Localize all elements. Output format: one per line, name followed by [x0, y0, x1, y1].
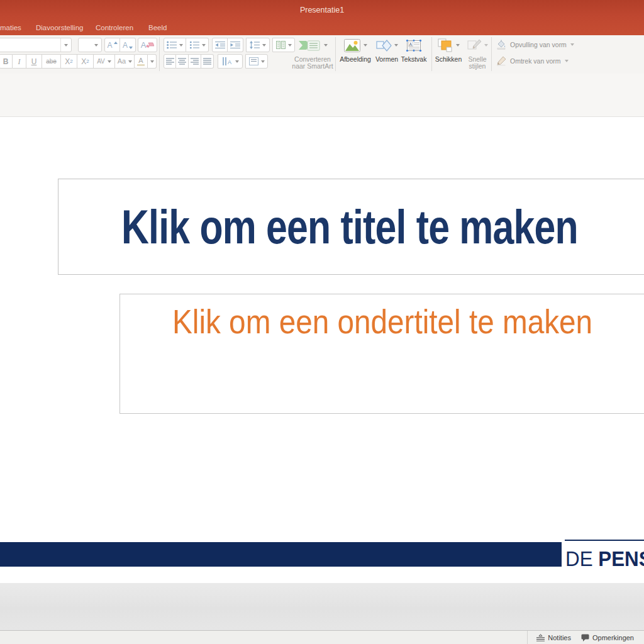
chevron-down-icon	[128, 60, 132, 63]
ribbon: A A A B I U abe X2 X2 AV Aa A	[0, 35, 644, 74]
document-header-strip	[0, 74, 644, 117]
workspace-background	[0, 583, 644, 630]
numbered-list-icon	[189, 41, 199, 49]
font-color-menu-button[interactable]	[148, 54, 157, 69]
character-spacing-button[interactable]: AV	[94, 54, 115, 69]
tab-review[interactable]: Controleren	[96, 24, 133, 31]
window-title: Presentatie1	[0, 6, 644, 14]
justify-button[interactable]	[201, 54, 214, 69]
chevron-down-icon	[261, 60, 265, 63]
clear-formatting-button[interactable]: A	[138, 38, 157, 52]
underline-button[interactable]: U	[26, 54, 42, 69]
logo-word: PENS	[598, 547, 644, 570]
tab-view[interactable]: Beeld	[148, 24, 167, 31]
change-case-button[interactable]: Aa	[115, 54, 135, 69]
chevron-down-icon	[60, 38, 71, 52]
font-size-select[interactable]	[78, 38, 102, 52]
chevron-down-icon	[484, 44, 488, 47]
chevron-down-icon	[364, 44, 367, 47]
tab-animations[interactable]: maties	[0, 24, 21, 31]
tab-slideshow[interactable]: Diavoorstelling	[36, 24, 83, 31]
chevron-down-icon	[150, 60, 154, 63]
chevron-down-icon	[456, 44, 460, 47]
pencil-icon	[496, 56, 506, 66]
logo-rule	[565, 540, 644, 541]
indent-icon	[230, 41, 240, 49]
align-text-button[interactable]	[245, 54, 268, 69]
chevron-down-icon	[262, 44, 266, 47]
slide-footer-bar	[0, 542, 562, 567]
decrease-font-size-button[interactable]: A	[120, 38, 136, 52]
insert-textbox-button[interactable]: A Tekstvak	[397, 37, 430, 63]
numbered-list-button[interactable]	[186, 38, 209, 52]
brand-logo: DE PENS	[565, 548, 644, 569]
columns-icon	[276, 41, 286, 49]
status-bar: Notities Opmerkingen	[0, 630, 644, 644]
arrow-up-icon	[114, 42, 118, 44]
increase-font-size-button[interactable]: A	[104, 38, 120, 52]
strikethrough-button[interactable]: abe	[42, 54, 61, 69]
outdent-icon	[215, 41, 225, 49]
justify-icon	[203, 58, 211, 65]
chevron-down-icon	[108, 60, 111, 63]
slide-title-placeholder[interactable]: Klik om een titel te maken	[58, 179, 644, 275]
font-name-select[interactable]	[0, 38, 72, 52]
italic-button[interactable]: I	[13, 54, 26, 69]
powerpoint-window: Presentatie1 maties Diavoorstelling Cont…	[0, 0, 644, 644]
shapes-icon	[376, 39, 392, 52]
brush-icon	[467, 38, 482, 52]
bullet-list-icon	[167, 41, 177, 49]
color-swatch	[137, 64, 145, 66]
picture-icon	[344, 39, 360, 52]
chevron-down-icon	[91, 38, 101, 52]
eraser-icon	[146, 42, 154, 48]
bullet-list-button[interactable]	[164, 38, 186, 52]
chevron-down-icon	[179, 44, 183, 47]
slide-canvas: Klik om een titel te maken Klik om een o…	[0, 117, 644, 583]
convert-to-smartart-button[interactable]: Converteren naar SmartArt	[291, 37, 335, 70]
textbox-icon: A	[406, 39, 422, 52]
slide-subtitle-text: Klik om een ondertitel te maken	[172, 305, 592, 338]
align-center-button[interactable]	[176, 54, 189, 69]
arrange-button[interactable]: Schikken	[433, 37, 464, 63]
insert-picture-button[interactable]: Afbeelding	[336, 37, 375, 63]
comment-icon	[581, 634, 589, 641]
title-bar: Presentatie1 maties Diavoorstelling Cont…	[0, 0, 644, 35]
text-direction-icon: A	[222, 57, 233, 65]
align-center-icon	[178, 58, 186, 65]
statusbar-divider	[527, 631, 528, 644]
subscript-button[interactable]: X2	[77, 54, 94, 69]
group-divider	[159, 37, 160, 71]
comments-button[interactable]: Opmerkingen	[581, 634, 634, 641]
paint-bucket-icon	[496, 40, 506, 50]
font-color-button[interactable]: A	[134, 54, 148, 69]
bold-button[interactable]: B	[0, 54, 13, 69]
slide-subtitle-placeholder[interactable]: Klik om een ondertitel te maken	[119, 294, 644, 414]
shape-outline-button[interactable]: Omtrek van vorm	[496, 56, 569, 66]
align-right-button[interactable]	[189, 54, 201, 69]
align-left-button[interactable]	[164, 54, 176, 69]
decrease-indent-button[interactable]	[212, 38, 228, 52]
group-divider	[491, 37, 492, 71]
line-spacing-icon	[250, 41, 260, 49]
notes-icon	[536, 634, 545, 641]
chevron-down-icon	[235, 60, 239, 63]
increase-indent-button[interactable]	[228, 38, 243, 52]
svg-text:A: A	[409, 42, 413, 46]
align-text-icon	[249, 57, 258, 65]
arrange-icon	[438, 38, 453, 53]
svg-text:A: A	[228, 59, 231, 65]
shape-fill-button[interactable]: Opvulling van vorm	[496, 40, 574, 50]
text-direction-button[interactable]: A	[218, 54, 243, 69]
line-spacing-button[interactable]	[246, 38, 270, 52]
quick-styles-button[interactable]: Snelle stijlen	[464, 37, 491, 70]
chevron-down-icon	[565, 60, 569, 62]
superscript-button[interactable]: X2	[61, 54, 77, 69]
notes-button[interactable]: Notities	[536, 634, 571, 641]
chevron-down-icon	[324, 44, 328, 47]
chevron-down-icon	[202, 44, 206, 47]
arrow-down-icon	[129, 47, 133, 49]
logo-prefix: DE	[565, 547, 598, 570]
group-divider	[431, 37, 432, 71]
align-right-icon	[191, 58, 199, 65]
